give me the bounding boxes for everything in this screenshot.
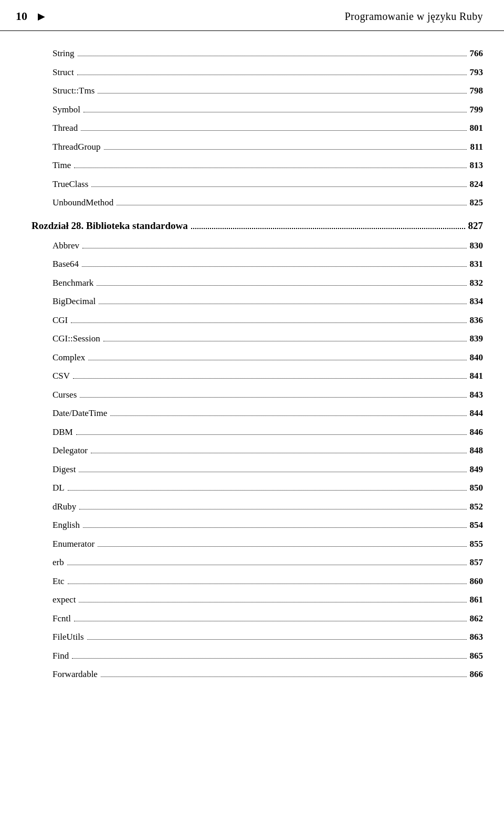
toc-label: Enumerator — [52, 537, 94, 551]
toc-page: 844 — [470, 407, 484, 420]
toc-dots — [78, 56, 467, 56]
toc-dots — [79, 472, 466, 472]
toc-label: CGI — [52, 314, 68, 327]
toc-entry: Time 813 — [32, 159, 483, 172]
toc-dots — [91, 186, 466, 187]
toc-entry: Benchmark 832 — [32, 276, 483, 290]
toc-entry: BigDecimal 834 — [32, 295, 483, 308]
toc-page: 834 — [470, 295, 484, 308]
toc-page: 799 — [470, 103, 484, 117]
toc-label: CGI::Session — [52, 332, 100, 346]
toc-page: 832 — [470, 276, 484, 290]
toc-label: Etc — [52, 575, 65, 588]
page-number: 10 — [16, 9, 27, 23]
bottom-entries-list: Abbrev 830 Base64 831 Benchmark 832 BigD… — [32, 239, 483, 681]
toc-entry: CGI::Session 839 — [32, 332, 483, 346]
toc-entry: Etc 860 — [32, 575, 483, 588]
toc-dots — [82, 266, 466, 267]
toc-entry: CSV 841 — [32, 369, 483, 383]
toc-entry: dRuby 852 — [32, 500, 483, 514]
toc-entry: CGI 836 — [32, 314, 483, 327]
toc-page: 852 — [470, 500, 484, 514]
toc-label: CSV — [52, 369, 70, 383]
toc-entry: Struct 793 — [32, 66, 483, 79]
toc-entry: Fcntl 862 — [32, 612, 483, 626]
toc-dots — [101, 677, 467, 677]
toc-entry: Date/DateTime 844 — [32, 407, 483, 420]
toc-page: 766 — [470, 47, 484, 60]
toc-dots — [73, 378, 466, 379]
toc-page: 857 — [470, 556, 484, 569]
toc-label: English — [52, 518, 80, 532]
toc-dots — [79, 602, 466, 602]
toc-label: Abbrev — [52, 239, 79, 253]
toc-dots — [104, 149, 467, 150]
page-arrow-icon: ▶ — [38, 11, 45, 22]
toc-dots — [91, 453, 466, 453]
toc-page: 861 — [470, 593, 484, 607]
toc-page: 839 — [470, 332, 484, 346]
toc-page: 825 — [470, 196, 484, 210]
toc-entry: English 854 — [32, 518, 483, 532]
toc-page: 793 — [470, 66, 484, 79]
toc-dots — [77, 75, 467, 75]
toc-label: ThreadGroup — [52, 140, 101, 154]
toc-label: dRuby — [52, 500, 76, 514]
toc-entry: Forwardable 866 — [32, 668, 483, 681]
toc-dots — [97, 285, 466, 286]
toc-entry: Abbrev 830 — [32, 239, 483, 253]
toc-label: Forwardable — [52, 668, 98, 681]
toc-entry: TrueClass 824 — [32, 178, 483, 191]
toc-dots — [83, 112, 467, 112]
toc-page: 801 — [470, 121, 484, 135]
toc-label: Base64 — [52, 257, 79, 271]
toc-label: Fcntl — [52, 612, 71, 626]
toc-dots — [110, 415, 466, 416]
toc-dots — [98, 93, 466, 93]
toc-page: 863 — [470, 630, 484, 644]
toc-page: 841 — [470, 369, 484, 383]
toc-dots — [74, 621, 467, 621]
toc-entry: Find 865 — [32, 649, 483, 663]
toc-label: UnboundMethod — [52, 196, 113, 210]
toc-page: 849 — [470, 463, 484, 476]
toc-dots — [68, 584, 467, 584]
toc-page: 830 — [470, 239, 484, 253]
toc-dots — [82, 248, 467, 248]
toc-label: DBM — [52, 425, 73, 439]
toc-entry: expect 861 — [32, 593, 483, 607]
toc-dots — [98, 546, 466, 547]
toc-label: Curses — [52, 388, 77, 402]
toc-entry: Base64 831 — [32, 257, 483, 271]
toc-label: Delegator — [52, 444, 88, 457]
toc-entry: Complex 840 — [32, 351, 483, 365]
chapter-dots — [191, 228, 465, 229]
toc-label: BigDecimal — [52, 295, 96, 308]
toc-entry: Symbol 799 — [32, 103, 483, 117]
toc-entry: Thread 801 — [32, 121, 483, 135]
toc-page: 848 — [470, 444, 484, 457]
toc-dots — [76, 434, 467, 435]
toc-dots — [117, 205, 466, 205]
toc-dots — [79, 509, 466, 509]
page-title: Programowanie w języku Ruby — [344, 11, 483, 23]
toc-dots — [83, 527, 467, 528]
toc-label: Thread — [52, 121, 78, 135]
toc-dots — [87, 639, 467, 640]
toc-page: 840 — [470, 351, 484, 365]
toc-page: 798 — [470, 84, 484, 98]
toc-entry: Enumerator 855 — [32, 537, 483, 551]
toc-label: String — [52, 47, 75, 60]
toc-page: 846 — [470, 425, 484, 439]
toc-entry: Digest 849 — [32, 463, 483, 476]
toc-page: 860 — [470, 575, 484, 588]
toc-dots — [88, 360, 466, 360]
toc-label: TrueClass — [52, 178, 88, 191]
toc-dots — [103, 341, 467, 341]
toc-entry: DBM 846 — [32, 425, 483, 439]
toc-page: 831 — [470, 257, 484, 271]
toc-page: 866 — [470, 668, 484, 681]
toc-page: 855 — [470, 537, 484, 551]
toc-entry: Delegator 848 — [32, 444, 483, 457]
toc-page: 850 — [470, 481, 484, 495]
